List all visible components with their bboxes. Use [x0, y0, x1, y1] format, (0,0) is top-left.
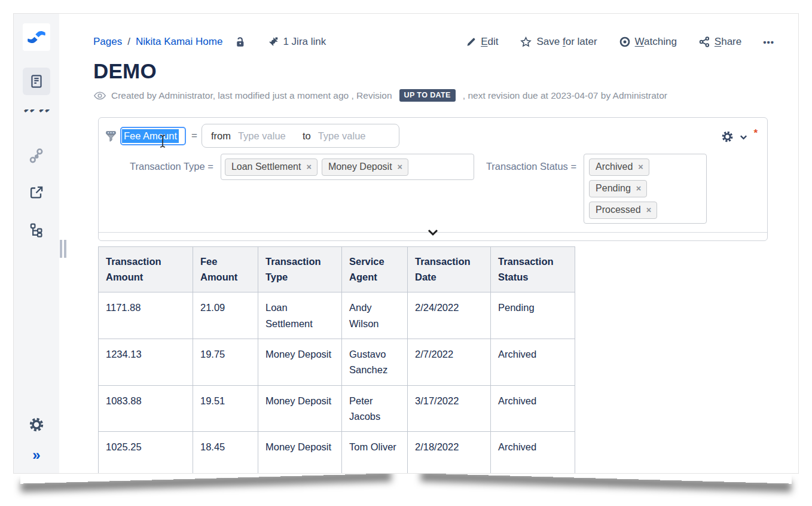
table-cell: 1234.13 [99, 339, 193, 385]
table-filter-panel: Fee Amount = from Type value to Type val… [98, 117, 768, 241]
transaction-type-filter-box[interactable]: Loan Settlement×Money Deposit× [221, 154, 474, 180]
table-cell: Tom Oliver [342, 432, 408, 473]
main-content: Pages / Nikita Kamai Home 1 Jira link [59, 14, 798, 473]
column-header: Transaction Type [258, 247, 342, 292]
table-cell: Money Deposit [258, 385, 342, 432]
transaction-status-filter-label: Transaction Status = [486, 161, 576, 172]
column-header: Transaction Amount [99, 247, 193, 292]
column-header: Transaction Date [408, 247, 491, 292]
collapse-filter-chevron-icon[interactable] [427, 228, 439, 237]
expand-sidebar-icon[interactable]: » [32, 448, 40, 462]
table-row: 1083.8819.51Money DepositPeter Jacobs3/1… [99, 385, 575, 432]
filter-options-chevron-icon[interactable] [739, 133, 748, 142]
filter-tag-label: Pending [596, 183, 631, 194]
filter-tag[interactable]: Processed× [589, 202, 657, 219]
link-icon [28, 147, 45, 164]
sidebar-item-links[interactable] [23, 142, 50, 169]
table-row: 1234.1319.75Money DepositGustavo Sanchez… [99, 339, 575, 385]
table-cell: 2/18/2022 [408, 432, 491, 473]
table-cell: 19.51 [193, 385, 258, 432]
filter-tag-label: Archived [596, 161, 633, 172]
table-row: 1025.2518.45Money DepositTom Oliver2/18/… [99, 432, 575, 473]
table-header-row: Transaction AmountFee AmountTransaction … [99, 247, 575, 292]
table-cell: 21.09 [193, 292, 258, 339]
byline-eye-icon [93, 91, 106, 100]
share-button[interactable]: Share [698, 36, 741, 48]
required-asterisk: * [753, 130, 758, 136]
from-label: from [211, 130, 231, 142]
transactions-table: Transaction AmountFee AmountTransaction … [98, 246, 575, 473]
watching-button[interactable]: Watching [619, 36, 677, 48]
filter-tag-label: Loan Settlement [231, 161, 301, 172]
transaction-status-filter-box[interactable]: Archived×Pending×Processed× [584, 154, 707, 224]
page-actions: Edit Save for later Watching [466, 36, 774, 48]
table-cell: Andy Wilson [342, 292, 408, 339]
to-label: to [303, 130, 311, 142]
breadcrumb-page-link[interactable]: Nikita Kamai Home [136, 36, 223, 48]
breadcrumb-separator: / [127, 36, 130, 48]
column-header: Fee Amount [193, 247, 258, 292]
sidebar-resize-handle[interactable] [60, 240, 66, 258]
sidebar-item-page-tree[interactable] [23, 216, 50, 243]
column-header: Transaction Status [491, 247, 575, 292]
watching-eye-icon [619, 36, 631, 48]
table-cell: 2/24/2022 [408, 292, 491, 339]
remove-tag-icon[interactable]: × [646, 205, 651, 215]
breadcrumb-pages-link[interactable]: Pages [93, 36, 122, 48]
transaction-type-filter-label: Transaction Type = [130, 161, 213, 172]
table-row: 1171.8821.09Loan SettlementAndy Wilson2/… [99, 292, 575, 339]
table-cell: Peter Jacobs [342, 385, 408, 432]
table-cell: Pending [491, 292, 575, 339]
table-cell: 1025.25 [99, 432, 193, 473]
page-title: DEMO [93, 59, 798, 83]
table-cell: Archived [491, 432, 575, 473]
filter-tag-label: Money Deposit [328, 161, 392, 172]
save-for-later-button[interactable]: Save for later [520, 36, 597, 48]
table-cell: Money Deposit [258, 432, 342, 473]
table-body: 1171.8821.09Loan SettlementAndy Wilson2/… [99, 292, 575, 473]
sidebar-item-blog[interactable]: ”” [23, 105, 50, 132]
filter-tag[interactable]: Pending× [589, 180, 647, 197]
table-cell: Money Deposit [258, 339, 342, 385]
external-link-icon [29, 185, 44, 200]
filter-field-selector[interactable]: Fee Amount [120, 127, 186, 145]
app-sidebar: ”” [14, 14, 59, 473]
more-actions-button[interactable]: ••• [763, 37, 774, 47]
table-cell: 1171.88 [99, 292, 193, 339]
table-cell: 19.75 [193, 339, 258, 385]
pencil-icon [466, 36, 477, 47]
filter-tag[interactable]: Archived× [589, 158, 649, 176]
sidebar-item-pages[interactable] [23, 68, 50, 95]
sidebar-item-external[interactable] [23, 179, 50, 206]
to-value-input[interactable]: Type value [318, 130, 376, 142]
gear-icon [29, 417, 44, 432]
page-byline: Created by Administrator, last modified … [93, 89, 798, 102]
jira-links-button[interactable]: 1 Jira link [267, 36, 326, 48]
confluence-logo[interactable] [23, 23, 50, 51]
remove-tag-icon[interactable]: × [398, 162, 402, 172]
star-icon [520, 36, 532, 48]
byline-text-after: , next revision due at 2023-04-07 by Adm… [463, 90, 667, 101]
confluence-logo-icon [26, 27, 47, 47]
filter-tag[interactable]: Loan Settlement× [225, 158, 318, 176]
filter-field-selected-text: Fee Amount [122, 129, 179, 143]
document-icon [29, 74, 44, 89]
from-value-input[interactable]: Type value [238, 130, 295, 142]
edit-button[interactable]: Edit [466, 36, 498, 48]
unlock-icon [234, 36, 246, 48]
filter-tag-label: Processed [596, 205, 641, 215]
remove-tag-icon[interactable]: × [306, 162, 311, 172]
remove-tag-icon[interactable]: × [636, 184, 641, 193]
filter-tag[interactable]: Money Deposit× [322, 158, 408, 176]
revision-status-badge: UP TO DATE [399, 89, 456, 102]
table-cell: 2/7/2022 [408, 339, 491, 385]
table-cell: Archived [491, 385, 575, 432]
share-icon [698, 36, 710, 48]
equals-sign: = [191, 130, 197, 142]
remove-tag-icon[interactable]: × [638, 162, 643, 172]
restrictions-button[interactable] [234, 36, 246, 48]
table-cell: 3/17/2022 [408, 385, 491, 432]
sidebar-settings[interactable] [29, 417, 44, 435]
jira-links-label: 1 Jira link [283, 36, 326, 48]
filter-settings-gear-icon[interactable] [721, 130, 734, 143]
